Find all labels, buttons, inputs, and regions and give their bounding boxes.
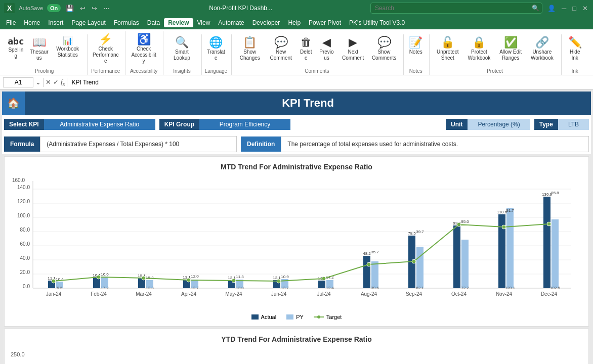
svg-text:Jul-24: Jul-24 — [317, 291, 331, 297]
mtd-chart-container: MTD Trend For Administrative Expense Rat… — [4, 156, 589, 327]
svg-point-66 — [52, 279, 56, 283]
notes-icon: 📝 — [409, 37, 422, 48]
svg-text:Sep-24: Sep-24 — [406, 291, 422, 297]
ytd-chart-ystart: 250.0 — [11, 349, 582, 359]
check-accessibility-button[interactable]: ♿ Check Accessibility — [129, 32, 159, 66]
show-comments-button[interactable]: 💬 Show Comments — [369, 35, 399, 63]
delete-comment-label: Delete — [299, 49, 313, 61]
new-comment-button[interactable]: 💬 New Comment — [266, 35, 295, 63]
confirm-formula-icon[interactable]: ✓ — [53, 78, 59, 86]
workbook-statistics-button[interactable]: 📊 Workbook Statistics — [53, 35, 83, 60]
thesaurus-label: Thesaurus — [29, 49, 50, 61]
protect-workbook-button[interactable]: 🔒 Protect Workbook — [464, 35, 494, 63]
svg-text:12.7: 12.7 — [191, 286, 199, 290]
formula-box: Formula (Administrative Expenses / Total… — [4, 136, 237, 152]
bar-oct-py — [461, 240, 469, 288]
more-icon[interactable]: ⋯ — [102, 4, 111, 13]
search-input[interactable] — [370, 3, 542, 14]
home-icon-wrapper[interactable]: 🏠 — [2, 92, 25, 115]
thesaurus-icon: 📖 — [32, 37, 46, 48]
spelling-button[interactable]: abc Spelling — [6, 35, 26, 61]
menu-review[interactable]: Review — [164, 18, 193, 27]
svg-point-75 — [457, 222, 461, 226]
minimize-icon[interactable]: ─ — [561, 4, 567, 13]
smart-lookup-button[interactable]: 🔍 Smart Lookup — [166, 35, 197, 63]
menu-developer[interactable]: Developer — [248, 18, 284, 27]
svg-text:12.0: 12.0 — [191, 274, 199, 279]
legend-py-label: PY — [296, 314, 304, 320]
mtd-chart-svg: 0.0 20.0 40.0 60.0 80.0 100.0 120.0 140.… — [11, 177, 573, 308]
menu-powerpivot[interactable]: Power Pivot — [305, 18, 345, 27]
menu-file[interactable]: File — [2, 18, 20, 27]
ytd-y-label: 250.0 — [11, 351, 25, 357]
menu-insert[interactable]: Insert — [44, 18, 67, 27]
maximize-icon[interactable]: □ — [571, 4, 577, 13]
smart-lookup-label: Smart Lookup — [168, 49, 195, 61]
translate-button[interactable]: 🌐 Translate — [205, 35, 228, 63]
menu-pagelayout[interactable]: Page Layout — [67, 18, 109, 27]
check-performance-button[interactable]: ⚡ Check Performance — [91, 32, 121, 66]
workbook-statistics-label: Workbook Statistics — [55, 46, 81, 58]
delete-comment-icon: 🗑 — [301, 37, 312, 48]
formula-input[interactable]: KPI Trend — [69, 78, 590, 87]
next-comment-button[interactable]: ▶ Next Comment — [338, 35, 368, 63]
cancel-formula-icon[interactable]: ✕ — [46, 78, 51, 86]
menu-data[interactable]: Data — [143, 18, 164, 27]
next-icon: ▶ — [349, 37, 357, 48]
proofing-group-label: Proofing — [6, 67, 83, 75]
smart-lookup-icon: 🔍 — [175, 37, 189, 48]
menu-formulas[interactable]: Formulas — [110, 18, 143, 27]
language-group-label: Language — [205, 67, 228, 75]
kpi-header: 🏠 KPI Trend — [2, 92, 591, 115]
allow-edit-ranges-button[interactable]: ✅ Allow Edit Ranges — [495, 35, 526, 63]
svg-text:May-24: May-24 — [225, 291, 242, 297]
svg-text:78.5: 78.5 — [408, 231, 416, 236]
menu-automate[interactable]: Automate — [214, 18, 248, 27]
menu-help[interactable]: Help — [284, 18, 305, 27]
autosave-toggle[interactable]: On — [47, 4, 61, 12]
function-icon[interactable]: fx — [61, 78, 65, 87]
expand-icon[interactable]: ⌄ — [35, 78, 41, 86]
kpi-title-wrapper: KPI Trend — [25, 92, 591, 115]
svg-text:12.3: 12.3 — [146, 286, 154, 290]
redo-icon[interactable]: ↪ — [91, 4, 98, 13]
changes-group-label: Comments — [235, 67, 399, 75]
ytd-chart-title: YTD Trend For Administrative Expense Rat… — [11, 335, 582, 343]
select-kpi-label: Select KPI — [4, 119, 44, 130]
undo-icon[interactable]: ↩ — [79, 4, 87, 13]
check-performance-icon: ⚡ — [99, 34, 112, 45]
menu-home[interactable]: Home — [20, 18, 44, 27]
close-icon[interactable]: ✕ — [581, 4, 589, 13]
show-comments-icon: 💬 — [377, 37, 391, 48]
menu-pkutility[interactable]: PK's Utility Tool V3.0 — [345, 18, 409, 27]
check-performance-label: Check Performance — [93, 46, 119, 64]
show-changes-button[interactable]: 📋 Show Changes — [235, 35, 265, 63]
type-value[interactable]: LTB — [558, 119, 589, 130]
unshare-workbook-button[interactable]: 🔗 Unshare Workbook — [527, 35, 557, 63]
account-icon[interactable]: 👤 — [546, 4, 557, 13]
unprotect-sheet-button[interactable]: 🔓 Unprotect Sheet — [433, 35, 463, 63]
filename: Non-Profit KPI Dashb... — [115, 5, 366, 12]
delete-comment-button[interactable]: 🗑 Delete — [297, 35, 315, 63]
title-bar: X AutoSave On 💾 ↩ ↪ ⋯ Non-Profit KPI Das… — [0, 0, 593, 16]
thesaurus-button[interactable]: 📖 Thesaurus — [27, 35, 52, 63]
save-icon[interactable]: 💾 — [65, 4, 75, 13]
bar-aug-py — [371, 261, 378, 288]
select-kpi-value[interactable]: Administrative Expense Ratio — [44, 119, 155, 130]
svg-text:13.7: 13.7 — [281, 286, 289, 290]
menu-view[interactable]: View — [193, 18, 215, 27]
workbook-statistics-icon: 📊 — [63, 37, 73, 45]
svg-text:35.7: 35.7 — [371, 250, 379, 254]
unit-value[interactable]: Percentage (%) — [468, 119, 530, 130]
formula-text: (Administrative Expenses / Total Expense… — [40, 136, 237, 152]
kpi-group-value[interactable]: Program Efficiency — [199, 119, 290, 130]
ribbon-group-protect: 🔓 Unprotect Sheet 🔒 Protect Workbook ✅ A… — [431, 34, 562, 75]
hide-ink-button[interactable]: ✏️ Hide Ink — [565, 35, 585, 63]
ribbon-group-language: 🌐 Translate Language — [203, 34, 232, 75]
show-comments-label: Show Comments — [371, 49, 397, 61]
svg-text:48.2: 48.2 — [363, 251, 371, 256]
previous-comment-button[interactable]: ◀ Previous — [316, 35, 337, 63]
name-box[interactable] — [3, 77, 33, 87]
notes-button[interactable]: 📝 Notes — [407, 35, 425, 57]
unshare-workbook-icon: 🔗 — [535, 37, 549, 48]
